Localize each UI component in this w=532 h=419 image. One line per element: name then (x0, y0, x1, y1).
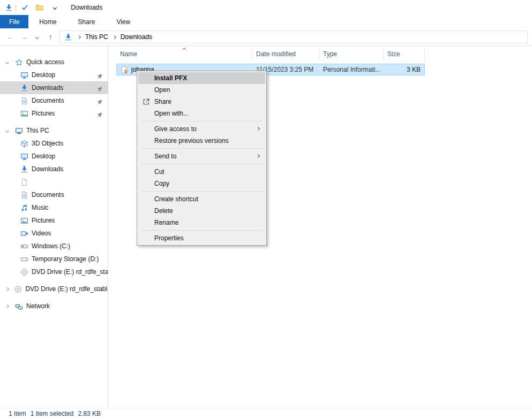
tab-home[interactable]: Home (28, 15, 67, 28)
sidebar-item-desktop[interactable]: Desktop (0, 68, 108, 81)
column-header-size[interactable]: Size (384, 48, 425, 60)
qat-separator: | (15, 4, 17, 11)
network-icon (14, 302, 23, 310)
documents-icon (20, 191, 28, 199)
check-icon (20, 3, 29, 12)
dvd-icon (20, 268, 28, 276)
submenu-arrow-icon (256, 154, 260, 158)
sidebar-item-3d-objects[interactable]: 3D Objects (0, 137, 108, 150)
menu-separator (141, 148, 263, 149)
menu-item-cut[interactable]: Cut (138, 166, 265, 178)
new-folder-icon (35, 3, 44, 12)
sidebar-section-dvd-drive-e-rd-rdfe-stable-t: DVD Drive (E:) rd_rdfe_stable.T (0, 283, 108, 295)
arrow-up-icon: ↑ (47, 33, 55, 41)
pictures-icon (20, 109, 28, 118)
sidebar-item-videos[interactable]: Videos (0, 227, 108, 240)
breadcrumb-downloads[interactable]: Downloads (120, 33, 153, 41)
share-icon (142, 97, 151, 106)
column-headers: NameDate modifiedTypeSize (116, 48, 425, 60)
menu-item-copy[interactable]: Copy (138, 178, 265, 189)
sidebar-item-documents[interactable]: Documents (0, 94, 108, 107)
menu-item-restore-previous-versions[interactable]: Restore previous versions (138, 135, 265, 147)
videos-icon (20, 229, 28, 238)
nav-buttons: ←→↑ (4, 31, 57, 43)
chevron-down-icon (6, 61, 14, 64)
column-header-name[interactable]: Name (116, 48, 252, 60)
main-area: Quick accessDesktopDownloadsDocumentsPic… (0, 46, 532, 408)
qat-customize-button[interactable] (49, 2, 60, 13)
menu-item-send-to[interactable]: Send to (138, 150, 265, 162)
pin-icon (95, 85, 104, 93)
chevron-right-icon (6, 288, 13, 291)
downloads-folder-icon (20, 165, 28, 173)
sidebar-item-windows-c[interactable]: Windows (C:) (0, 240, 108, 253)
documents-icon (20, 96, 28, 105)
address-bar[interactable]: This PCDownloads (59, 31, 528, 43)
menu-item-create-shortcut[interactable]: Create shortcut (138, 193, 265, 205)
menu-item-rename[interactable]: Rename (138, 217, 265, 228)
sidebar-item-dvd-drive-e-rd-rdfe-stable[interactable]: DVD Drive (E:) rd_rdfe_stable (0, 265, 108, 278)
sidebar-item-unnamed[interactable] (0, 176, 108, 188)
file-explorer-window: | Downloads FileHomeShareView ←→↑ This P… (0, 0, 532, 419)
sidebar-item-desktop[interactable]: Desktop (0, 150, 108, 163)
back-button[interactable]: ← (4, 31, 17, 43)
sidebar-item-downloads[interactable]: Downloads (0, 81, 108, 94)
breadcrumb-separator-icon (77, 35, 81, 39)
desktop-icon (20, 152, 28, 161)
chevron-down-icon (50, 3, 59, 12)
tab-share[interactable]: Share (67, 15, 106, 28)
sidebar-item-temporary-storage-d[interactable]: Temporary Storage (D:) (0, 253, 108, 265)
navigation-pane: Quick accessDesktopDownloadsDocumentsPic… (0, 46, 108, 408)
chevron-right-icon (6, 305, 14, 308)
quick-access-icon (14, 58, 23, 66)
sidebar-section-quick-access: Quick accessDesktopDownloadsDocumentsPic… (0, 56, 108, 120)
blank-file-icon (20, 178, 28, 186)
downloads-folder-icon (4, 3, 13, 12)
up-button[interactable]: ↑ (44, 31, 57, 43)
navigation-bar: ←→↑ This PCDownloads (0, 28, 532, 46)
menu-separator (141, 230, 263, 231)
quick-access-toolbar (19, 2, 60, 13)
recent-locations-button[interactable] (31, 31, 43, 43)
menu-item-give-access-to[interactable]: Give access to (138, 123, 265, 135)
menu-separator (141, 164, 263, 164)
sidebar-item-pictures[interactable]: Pictures (0, 107, 108, 120)
tab-file[interactable]: File (0, 15, 28, 28)
menu-item-open[interactable]: Open (138, 84, 265, 96)
sidebar-item-quick-access[interactable]: Quick access (0, 56, 108, 68)
sidebar-item-music[interactable]: Music (0, 201, 108, 214)
menu-item-properties[interactable]: Properties (138, 232, 265, 244)
qat-properties-button[interactable] (19, 2, 30, 13)
type-cell: Personal Informati... (319, 64, 384, 75)
size-cell: 3 KB (384, 64, 425, 75)
windows-drive-icon (20, 242, 28, 250)
ribbon-tabs: FileHomeShareView (0, 15, 532, 28)
sidebar-item-pictures[interactable]: Pictures (0, 214, 108, 227)
breadcrumb-separator-icon (113, 35, 116, 39)
tab-view[interactable]: View (106, 15, 141, 28)
menu-separator (141, 191, 263, 192)
sidebar-item-documents[interactable]: Documents (0, 188, 108, 201)
column-header-type[interactable]: Type (319, 48, 384, 60)
column-header-date-modified[interactable]: Date modified (252, 48, 319, 60)
menu-separator (141, 121, 263, 121)
window-title: Downloads (71, 4, 102, 11)
objects-3d-icon (20, 139, 28, 148)
arrow-left-icon: ← (6, 33, 15, 41)
menu-item-install-pfx[interactable]: Install PFX (138, 72, 265, 84)
sidebar-item-downloads[interactable]: Downloads (0, 163, 108, 176)
sidebar-item-this-pc[interactable]: This PC (0, 124, 108, 137)
desktop-icon (20, 71, 28, 79)
sidebar-section-network: Network (0, 300, 108, 313)
item-count: 1 item (9, 410, 26, 417)
menu-item-share[interactable]: Share (138, 96, 265, 108)
sidebar-item-dvd-drive-e-rd-rdfe-stable-t[interactable]: DVD Drive (E:) rd_rdfe_stable.T (0, 283, 108, 295)
pictures-icon (20, 216, 28, 225)
forward-button[interactable]: → (18, 31, 30, 43)
pin-icon (95, 72, 104, 80)
menu-item-open-with[interactable]: Open with... (138, 108, 265, 119)
menu-item-delete[interactable]: Delete (138, 205, 265, 217)
sidebar-item-network[interactable]: Network (0, 300, 108, 313)
qat-new-folder-button[interactable] (34, 2, 45, 13)
breadcrumb-this-pc[interactable]: This PC (85, 33, 109, 41)
